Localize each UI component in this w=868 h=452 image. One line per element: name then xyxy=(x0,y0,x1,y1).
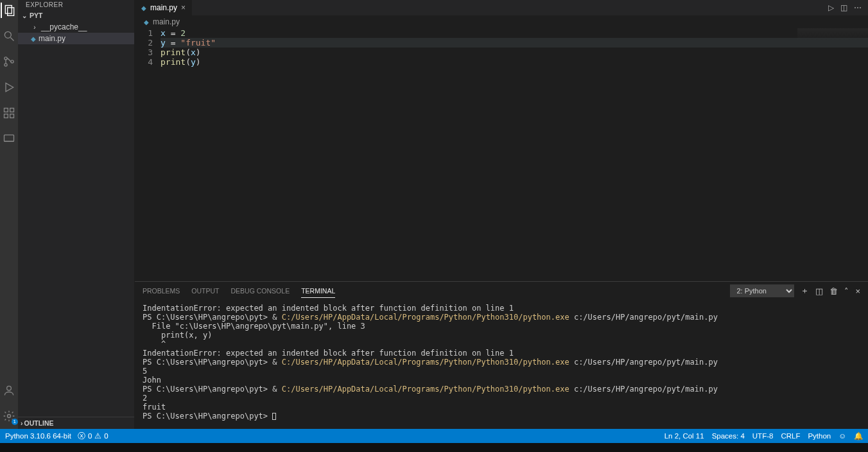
outline-label: OUTLINE xyxy=(24,419,54,427)
status-bell-icon[interactable]: 🔔 xyxy=(854,431,863,440)
chevron-right-icon: › xyxy=(31,24,39,31)
svg-rect-12 xyxy=(4,135,14,141)
svg-line-3 xyxy=(11,38,14,41)
svg-rect-11 xyxy=(10,114,14,118)
explorer-icon[interactable] xyxy=(1,3,16,18)
error-icon: ⓧ xyxy=(78,431,85,441)
maximize-icon[interactable]: ˄ xyxy=(844,286,849,296)
tree-item-label: main.py xyxy=(39,34,65,43)
os-taskbar xyxy=(0,443,868,452)
status-python[interactable]: Python 3.10.6 64-bit xyxy=(5,432,71,440)
settings-icon[interactable]: 1 xyxy=(1,408,17,424)
svg-point-2 xyxy=(4,31,11,38)
svg-point-5 xyxy=(4,64,7,66)
chevron-right-icon: › xyxy=(21,419,23,427)
svg-marker-7 xyxy=(6,83,13,91)
run-icon[interactable]: ▷ xyxy=(828,3,834,12)
source-control-icon[interactable] xyxy=(1,54,17,69)
tree-item-label: __pycache__ xyxy=(41,22,87,31)
minimap[interactable] xyxy=(797,28,868,41)
warning-icon: ⚠ xyxy=(94,431,101,440)
new-terminal-icon[interactable]: ＋ xyxy=(801,285,809,297)
tab-actions: ▷ ◫ ⋯ xyxy=(828,0,868,15)
terminal[interactable]: IndentationError: expected an indented b… xyxy=(135,300,868,429)
breadcrumb[interactable]: ◆ main.py xyxy=(135,15,868,28)
tab-label: main.py xyxy=(150,3,177,12)
svg-point-15 xyxy=(8,415,11,418)
close-icon[interactable]: × xyxy=(181,3,186,12)
tab-bar: ◆ main.py × ▷ ◫ ⋯ xyxy=(135,0,868,15)
tree-folder-pycache[interactable]: › __pycache__ xyxy=(18,21,134,33)
status-bar: Python 3.10.6 64-bit ⓧ0 ⚠0 Ln 2, Col 11 … xyxy=(0,429,868,443)
status-lncol[interactable]: Ln 2, Col 11 xyxy=(664,432,704,440)
editor-area: ◆ main.py × ▷ ◫ ⋯ ◆ main.py 1234 x = 2y … xyxy=(135,0,868,429)
outline-section[interactable]: › OUTLINE xyxy=(18,417,134,429)
svg-rect-0 xyxy=(5,6,12,14)
svg-rect-10 xyxy=(4,114,8,118)
tab-problems[interactable]: PROBLEMS xyxy=(143,284,180,297)
terminal-selector[interactable]: 2: Python xyxy=(730,284,794,297)
remote-icon[interactable] xyxy=(1,131,17,146)
python-file-icon: ◆ xyxy=(31,35,36,42)
settings-badge: 1 xyxy=(12,419,18,425)
svg-point-6 xyxy=(11,60,13,63)
split-terminal-icon[interactable]: ◫ xyxy=(815,286,823,296)
folder-root[interactable]: ⌄ PYT xyxy=(18,10,134,21)
panel-tabs: PROBLEMS OUTPUT DEBUG CONSOLE TERMINAL 2… xyxy=(135,282,868,300)
more-icon[interactable]: ⋯ xyxy=(854,3,862,12)
svg-rect-8 xyxy=(4,109,8,112)
code-editor[interactable]: 1234 x = 2y = "fruit"print(x)print(y) xyxy=(135,28,868,281)
trash-icon[interactable]: 🗑 xyxy=(829,286,838,296)
run-debug-icon[interactable] xyxy=(1,80,17,95)
panel: PROBLEMS OUTPUT DEBUG CONSOLE TERMINAL 2… xyxy=(135,281,868,429)
tab-debug-console[interactable]: DEBUG CONSOLE xyxy=(231,284,290,297)
status-errors[interactable]: ⓧ0 ⚠0 xyxy=(78,431,108,441)
svg-rect-1 xyxy=(8,8,14,16)
svg-rect-9 xyxy=(10,109,14,112)
status-spaces[interactable]: Spaces: 4 xyxy=(712,432,745,440)
chevron-down-icon: ⌄ xyxy=(21,12,28,19)
sidebar-title: EXPLORER xyxy=(18,0,134,10)
close-panel-icon[interactable]: × xyxy=(855,286,860,296)
workbench: 1 EXPLORER ⌄ PYT › __pycache__ ◆ main.py… xyxy=(0,0,868,429)
extensions-icon[interactable] xyxy=(1,105,17,121)
svg-point-4 xyxy=(4,57,7,60)
gutter: 1234 xyxy=(135,28,161,281)
status-eol[interactable]: CRLF xyxy=(781,432,800,440)
search-icon[interactable] xyxy=(1,28,17,44)
tab-output[interactable]: OUTPUT xyxy=(191,284,219,297)
folder-root-label: PYT xyxy=(30,12,42,19)
status-encoding[interactable]: UTF-8 xyxy=(752,432,774,440)
sidebar: EXPLORER ⌄ PYT › __pycache__ ◆ main.py ›… xyxy=(18,0,135,429)
accounts-icon[interactable] xyxy=(1,383,17,398)
python-file-icon: ◆ xyxy=(144,19,149,26)
svg-point-14 xyxy=(7,386,12,390)
tree-file-main[interactable]: ◆ main.py xyxy=(18,33,134,44)
tab-terminal[interactable]: TERMINAL xyxy=(301,284,335,298)
tab-main-py[interactable]: ◆ main.py × xyxy=(135,0,193,15)
python-file-icon: ◆ xyxy=(141,4,146,12)
breadcrumb-file: main.py xyxy=(153,17,180,26)
status-lang[interactable]: Python xyxy=(808,432,831,440)
activity-bar: 1 xyxy=(0,0,18,429)
split-icon[interactable]: ◫ xyxy=(840,3,847,12)
status-feedback-icon[interactable]: ☺ xyxy=(838,432,846,440)
code-lines[interactable]: x = 2y = "fruit"print(x)print(y) xyxy=(161,28,868,281)
